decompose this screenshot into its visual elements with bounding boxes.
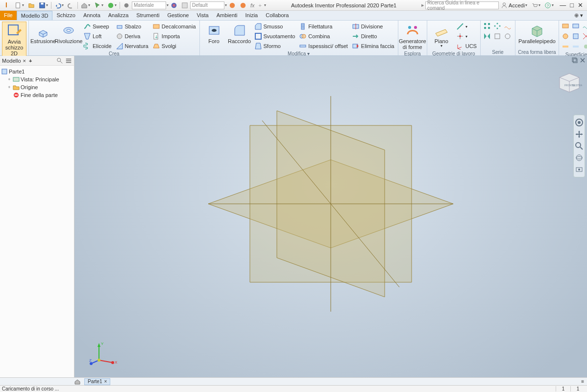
ucs-button[interactable]: UCS <box>455 41 478 51</box>
sbalzo-button[interactable]: Sbalzo <box>114 22 150 31</box>
tab-modello-3d[interactable]: Modello 3D <box>17 11 53 20</box>
qat-open[interactable] <box>26 0 37 10</box>
filettatura-button[interactable]: Filettatura <box>297 22 349 31</box>
qat-select[interactable]: ▾ <box>92 0 105 10</box>
pattern-rect-icon[interactable] <box>483 22 491 30</box>
doc-tabs-menu-icon[interactable]: ≡ <box>578 379 587 384</box>
nav-pan-icon[interactable] <box>575 130 584 139</box>
nav-wheel-icon[interactable] <box>575 118 584 127</box>
pattern6-icon[interactable] <box>503 32 512 41</box>
tab-search-icon[interactable]: ⊕ ▾ <box>570 11 587 20</box>
pattern-circ-icon[interactable] <box>493 22 502 30</box>
view-cube[interactable]: FRONTE DESTRA <box>555 69 582 96</box>
tab-inizia[interactable]: Inizia <box>242 11 262 20</box>
raccordo-button[interactable]: Raccordo <box>227 22 252 45</box>
tab-strumenti[interactable]: Strumenti <box>132 11 163 20</box>
tree-origine[interactable]: + Origine <box>1 83 73 91</box>
rivoluzione-button[interactable]: Rivoluzione <box>56 22 81 45</box>
browser-menu-icon[interactable] <box>65 57 72 64</box>
surf6-icon[interactable] <box>582 32 587 41</box>
qat-plus[interactable]: + <box>257 0 264 10</box>
foro-button[interactable]: Foro <box>202 22 226 45</box>
importa-button[interactable]: Importa <box>151 31 197 41</box>
decal-button[interactable]: Decalcomania <box>151 22 197 31</box>
divisione-button[interactable]: Divisione <box>350 22 396 31</box>
tree-root[interactable]: Parte1 <box>1 68 73 75</box>
diretto-button[interactable]: Diretto <box>350 31 396 41</box>
help-search-input[interactable]: Ricerca Guida in linea e comand <box>425 1 499 9</box>
appearance-combo[interactable]: Default <box>190 1 224 9</box>
tab-schizzo[interactable]: Schizzo <box>52 11 79 20</box>
doc-tab-close-icon[interactable]: × <box>104 379 107 384</box>
close-button[interactable]: ✕ <box>578 1 583 9</box>
elicoide-button[interactable]: Elicoide <box>82 41 113 51</box>
qat-save[interactable]: ▾ <box>37 0 50 10</box>
minimize-button[interactable]: — <box>560 1 566 9</box>
maximize-button[interactable]: □ <box>570 1 574 9</box>
qat-fx[interactable]: fx <box>248 0 257 10</box>
pattern-sketch-icon[interactable] <box>503 22 512 30</box>
surf3-icon[interactable] <box>582 22 587 30</box>
tab-analizza[interactable]: Analizza <box>104 11 133 20</box>
browser-close-icon[interactable]: × <box>23 58 26 64</box>
parallelepipedo-button[interactable]: Parallelepipedo <box>517 22 557 45</box>
viewport-restore-icon[interactable] <box>571 57 578 64</box>
estrusione-button[interactable]: Estrusione <box>31 22 55 45</box>
surf8-icon[interactable] <box>571 42 580 51</box>
surf4-icon[interactable] <box>561 32 570 41</box>
surf7-icon[interactable] <box>561 42 570 51</box>
cart-icon[interactable]: ▾ <box>529 0 542 10</box>
qat-new[interactable]: ▾ <box>13 0 26 10</box>
svuotamento-button[interactable]: Svuotamento <box>253 31 297 41</box>
viewport-3d[interactable]: FRONTE DESTRA <box>74 56 587 377</box>
qat-color[interactable]: ▾ <box>105 0 119 10</box>
browser-add-icon[interactable]: + <box>29 58 32 64</box>
surf9-icon[interactable] <box>582 42 587 51</box>
avvia-schizzo-button[interactable]: Avviaschizzo 2D <box>2 22 26 58</box>
elimina-faccia-button[interactable]: Elimina faccia <box>350 41 396 51</box>
help-icon[interactable]: ?▾ <box>542 0 556 10</box>
generatore-forme-button[interactable]: Generatoredi forme <box>400 22 425 51</box>
axis-button[interactable]: ▾ <box>455 22 478 31</box>
material-combo[interactable]: Materiale <box>132 1 166 9</box>
piano-button[interactable]: Piano▾ <box>429 22 454 49</box>
sformo-button[interactable]: Sformo <box>253 41 297 51</box>
tab-gestione[interactable]: Gestione <box>163 11 193 20</box>
nervatura-button[interactable]: Nervatura <box>114 41 150 51</box>
tree-fine[interactable]: Fine della parte <box>1 91 73 99</box>
doc-home-icon[interactable] <box>74 379 84 385</box>
tree-vista[interactable]: + Vista: Principale <box>1 75 73 83</box>
qat-home[interactable]: ▾ <box>79 0 92 10</box>
browser-search-icon[interactable] <box>56 57 63 64</box>
surf2-icon[interactable] <box>571 22 580 30</box>
nav-zoom-icon[interactable] <box>575 142 584 150</box>
tab-collabora[interactable]: Collabora <box>262 11 293 20</box>
viewport-close-icon[interactable] <box>579 57 586 64</box>
sweep-button[interactable]: Sweep <box>82 22 113 31</box>
qat-undo[interactable]: ▾ <box>52 0 66 10</box>
tab-file[interactable]: File <box>0 11 17 20</box>
smusso-button[interactable]: Smusso <box>253 22 297 31</box>
loft-button[interactable]: Loft <box>82 31 113 41</box>
mirror-icon[interactable] <box>483 32 491 41</box>
qat-redo[interactable] <box>66 0 76 10</box>
tab-vista[interactable]: Vista <box>193 11 212 20</box>
surf1-icon[interactable] <box>561 22 570 30</box>
nav-orbit-icon[interactable] <box>575 153 584 162</box>
qat-ball2-icon[interactable] <box>227 0 238 10</box>
combina-button[interactable]: Combina <box>297 31 349 41</box>
point-button[interactable]: ▾ <box>455 31 478 41</box>
tab-ambienti[interactable]: Ambienti <box>213 11 242 20</box>
surf5-icon[interactable] <box>571 32 580 41</box>
doc-tab-parte1[interactable]: Parte1 × <box>84 378 110 385</box>
qat-ball3-icon[interactable] <box>238 0 248 10</box>
tab-annota[interactable]: Annota <box>79 11 104 20</box>
deriva-button[interactable]: Deriva <box>114 31 150 41</box>
svolgi-button[interactable]: Svolgi <box>151 41 197 51</box>
signin-button[interactable]: Accedi▾ <box>499 0 529 10</box>
nav-lookat-icon[interactable] <box>575 165 584 174</box>
qat-ball-icon[interactable] <box>121 0 132 10</box>
pattern5-icon[interactable] <box>493 32 502 41</box>
ispessisci-button[interactable]: Ispessisci/ offset <box>297 41 349 51</box>
fillet-icon <box>232 23 247 38</box>
